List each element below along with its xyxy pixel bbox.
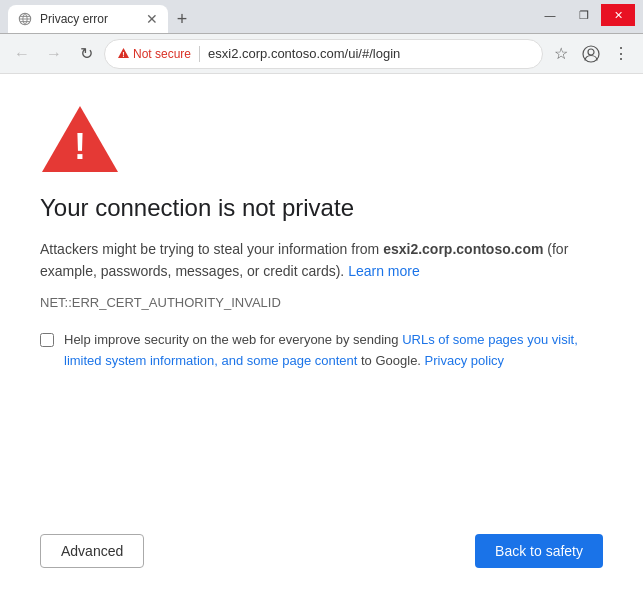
- account-button[interactable]: [577, 40, 605, 68]
- advanced-button[interactable]: Advanced: [40, 534, 144, 568]
- reload-button[interactable]: ↻: [72, 40, 100, 68]
- toolbar: ← → ↻ ! Not secure esxi2.corp.contoso.co…: [0, 34, 643, 74]
- not-secure-label: Not secure: [133, 47, 191, 61]
- bookmark-button[interactable]: ☆: [547, 40, 575, 68]
- account-icon: [582, 45, 600, 63]
- buttons-row: Advanced Back to safety: [40, 534, 603, 568]
- checkbox-label[interactable]: Help improve security on the web for eve…: [64, 330, 603, 372]
- back-icon: ←: [14, 45, 30, 63]
- privacy-policy-link[interactable]: Privacy policy: [425, 353, 504, 368]
- checkbox-area: Help improve security on the web for eve…: [40, 330, 603, 372]
- tab-area: Privacy error ✕ +: [8, 0, 533, 33]
- learn-more-link[interactable]: Learn more: [348, 263, 420, 279]
- forward-button[interactable]: →: [40, 40, 68, 68]
- address-bar[interactable]: ! Not secure esxi2.corp.contoso.com/ui/#…: [104, 39, 543, 69]
- tab-favicon: [18, 12, 32, 26]
- back-button[interactable]: ←: [8, 40, 36, 68]
- security-badge: ! Not secure: [117, 47, 191, 61]
- error-code: NET::ERR_CERT_AUTHORITY_INVALID: [40, 295, 281, 310]
- target-domain: esxi2.corp.contoso.com: [383, 241, 543, 257]
- page-description: Attackers might be trying to steal your …: [40, 238, 603, 283]
- address-text: esxi2.corp.contoso.com/ui/#/login: [208, 46, 400, 61]
- active-tab[interactable]: Privacy error ✕: [8, 5, 168, 33]
- security-checkbox[interactable]: [40, 333, 54, 347]
- close-button[interactable]: ✕: [601, 4, 635, 26]
- titlebar: Privacy error ✕ + — ❐ ✕: [0, 0, 643, 34]
- toolbar-icons: ☆ ⋮: [547, 40, 635, 68]
- menu-button[interactable]: ⋮: [607, 40, 635, 68]
- tab-title: Privacy error: [40, 12, 108, 26]
- address-separator: [199, 46, 200, 62]
- new-tab-button[interactable]: +: [168, 5, 196, 33]
- warning-triangle-icon: !: [40, 104, 120, 174]
- svg-text:!: !: [74, 126, 86, 167]
- bookmark-icon: ☆: [554, 44, 568, 63]
- restore-button[interactable]: ❐: [567, 4, 601, 26]
- menu-icon: ⋮: [613, 44, 629, 63]
- forward-icon: →: [46, 45, 62, 63]
- page-heading: Your connection is not private: [40, 194, 354, 222]
- window-controls: — ❐ ✕: [533, 0, 635, 33]
- warning-icon: !: [117, 47, 130, 60]
- tab-close-button[interactable]: ✕: [146, 12, 158, 26]
- back-to-safety-button[interactable]: Back to safety: [475, 534, 603, 568]
- page-content: ! Your connection is not private Attacke…: [0, 74, 643, 598]
- svg-text:!: !: [122, 51, 124, 58]
- svg-point-6: [588, 49, 594, 55]
- reload-icon: ↻: [80, 44, 93, 63]
- minimize-button[interactable]: —: [533, 4, 567, 26]
